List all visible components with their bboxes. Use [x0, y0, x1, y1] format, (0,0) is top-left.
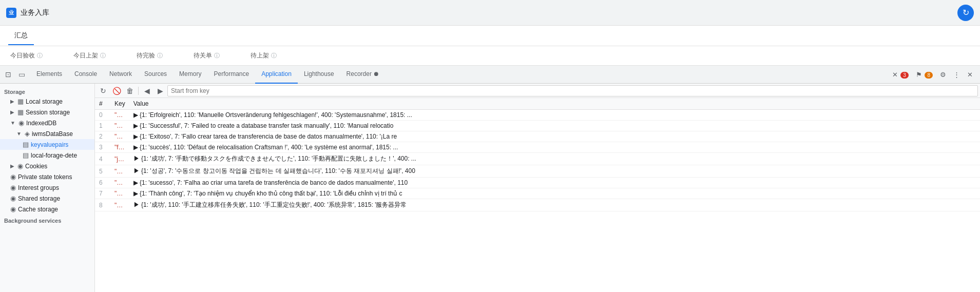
table-row[interactable]: 1 "en_US_240411095226" ▶ {1: 'Successful…	[95, 121, 980, 131]
stat-today-shelf-label: 今日上架	[73, 51, 98, 60]
stat-pending-close-info[interactable]: ⓘ	[214, 52, 220, 60]
stat-pending-verify-label: 待完验	[137, 51, 155, 60]
cell-key: "fr_FR_240326165100"	[110, 142, 129, 153]
tab-application[interactable]: Application	[255, 66, 298, 84]
interest-groups-icon: ◉	[10, 184, 16, 191]
sidebar-item-indexeddb[interactable]: ▼ ◉ IndexedDB	[0, 118, 94, 128]
devtools-actions: ✕ 3 ⚑ 8 ⚙ ⋮ ✕	[889, 69, 978, 81]
refresh-button[interactable]: ↻	[97, 85, 109, 97]
table-row[interactable]: 7 "vi_VI_240326164940" ▶ {1: 'Thành công…	[95, 188, 980, 199]
browser-refresh-button[interactable]: ↻	[957, 5, 974, 21]
cell-num: 3	[95, 142, 110, 153]
stat-pending-close-label: 待关单	[194, 51, 212, 60]
expand-arrow-indexed: ▼	[10, 120, 15, 126]
clear-button[interactable]: 🚫	[110, 85, 123, 97]
background-services-title: Background services	[0, 215, 94, 225]
cookies-label: Cookies	[25, 163, 47, 170]
cookies-icon: ◉	[17, 162, 23, 170]
stat-pending-shelf: 待上架 ⓘ	[251, 51, 277, 60]
next-button[interactable]: ▶	[154, 85, 166, 97]
local-storage-label: Local storage	[26, 98, 63, 105]
table-row[interactable]: 5 "ko_KO_240326165151" ▶ {1: '성공', 7: '수…	[95, 165, 980, 178]
table-row[interactable]: 4 "ja_JP_240326165136" ▶ {1: '成功', 7: '手…	[95, 153, 980, 165]
tab-recorder[interactable]: Recorder ⏺	[340, 66, 386, 84]
cell-value: ▶ {1: '성공', 7: '수동으로 창고이동 작업을 건립하는 데 실패했…	[129, 165, 980, 178]
cell-key: "en_US_240411095226"	[110, 121, 129, 131]
table-icon-lf: ▤	[23, 151, 29, 159]
cell-value: ▶ {1: '成功', 7: '手動で移動タスクを作成できませんでした', 11…	[129, 153, 980, 165]
cell-num: 2	[95, 131, 110, 142]
table-row[interactable]: 2 "es_ES_240326165124" ▶ {1: 'Exitoso', …	[95, 131, 980, 142]
tab-network[interactable]: Network	[103, 66, 138, 84]
warning-count: 8	[925, 72, 933, 79]
table-row[interactable]: 6 "pt_PT_240326165050" ▶ {1: 'sucesso', …	[95, 178, 980, 188]
sidebar-item-shared-storage[interactable]: ◉ Shared storage	[0, 193, 94, 204]
sidebar-item-interest-groups[interactable]: ◉ Interest groups	[0, 182, 94, 193]
table-row[interactable]: 0 "de_DE_240326165111" ▶ {1: 'Erfolgreic…	[95, 110, 980, 121]
delete-button[interactable]: 🗑	[124, 85, 136, 97]
cell-value: ▶ {1: '成功', 110: '手工建立移库任务失败', 110: '手工重…	[129, 199, 980, 211]
cell-value: ▶ {1: 'succès', 110: 'Défaut de relocali…	[129, 142, 980, 153]
sidebar-item-cache-storage[interactable]: ◉ Cache storage	[0, 204, 94, 215]
table-row[interactable]: 8 "zh_CN_240417150028" ▶ {1: '成功', 110: …	[95, 199, 980, 211]
cache-storage-icon: ◉	[10, 205, 16, 213]
sidebar-item-private-state[interactable]: ◉ Private state tokens	[0, 171, 94, 182]
cell-num: 5	[95, 165, 110, 178]
indexeddb-label: IndexedDB	[26, 120, 56, 127]
table-row[interactable]: 3 "fr_FR_240326165100" ▶ {1: 'succès', 1…	[95, 142, 980, 153]
session-storage-icon: ▦	[17, 108, 24, 116]
cell-num: 0	[95, 110, 110, 121]
summary-tab[interactable]: 汇总	[8, 27, 34, 45]
more-options-icon[interactable]: ⋮	[950, 69, 963, 81]
summary-bar: 汇总	[0, 26, 980, 46]
devtools-icon-inspect[interactable]: ⊡	[2, 68, 14, 81]
stat-today-verify-info[interactable]: ⓘ	[37, 52, 43, 60]
iwmsdatabase-label: iwmsDataBase	[32, 130, 73, 138]
settings-icon[interactable]: ⚙	[937, 69, 949, 81]
devtools-tabs-bar: ⊡ ▭ Elements Console Network Sources Mem…	[0, 66, 980, 84]
private-state-icon: ◉	[10, 173, 16, 181]
tab-performance[interactable]: Performance	[207, 66, 255, 84]
sidebar-item-iwmsdatabase[interactable]: ▼ ◈ iwmsDataBase	[0, 128, 94, 139]
cell-num: 4	[95, 153, 110, 165]
tab-elements[interactable]: Elements	[30, 66, 68, 84]
sidebar-item-keyvaluepairs[interactable]: ▤ keyvaluepairs	[0, 139, 94, 150]
browser-title: 业务入库	[21, 8, 49, 17]
cell-key: "ja_JP_240326165136"	[110, 153, 129, 165]
table-toolbar: ↻ 🚫 🗑 ◀ ▶	[95, 84, 980, 98]
cell-key: "vi_VI_240326164940"	[110, 188, 129, 199]
stat-pending-shelf-label: 待上架	[251, 51, 269, 60]
stat-pending-verify-info[interactable]: ⓘ	[157, 52, 163, 60]
sidebar-item-cookies[interactable]: ▶ ◉ Cookies	[0, 161, 94, 171]
close-devtools-icon[interactable]: ✕	[964, 69, 976, 81]
devtools-icon-device[interactable]: ▭	[15, 68, 28, 81]
sidebar-item-local-forage[interactable]: ▤ local-forage-dete	[0, 150, 94, 161]
table-icon-kv: ▤	[23, 141, 29, 148]
cache-storage-label: Cache storage	[18, 206, 58, 213]
tab-sources[interactable]: Sources	[138, 66, 173, 84]
cell-num: 6	[95, 178, 110, 188]
sidebar-item-session-storage[interactable]: ▶ ▦ Session storage	[0, 107, 94, 118]
tab-console[interactable]: Console	[68, 66, 103, 84]
stat-today-verify: 今日验收 ⓘ	[10, 51, 43, 60]
shared-storage-label: Shared storage	[18, 195, 60, 202]
indexeddb-icon: ◉	[18, 119, 24, 127]
stat-today-shelf: 今日上架 ⓘ	[73, 51, 106, 60]
warning-badge: ⚑ 8	[913, 69, 936, 81]
content-area: ↻ 🚫 🗑 ◀ ▶ # Key Value 0 "de_DE_2403	[95, 84, 980, 292]
expand-arrow-iwms: ▼	[16, 131, 22, 137]
prev-button[interactable]: ◀	[141, 85, 153, 97]
search-input[interactable]	[167, 85, 978, 96]
devtools-main: Storage ▶ ▦ Local storage ▶ ▦ Session st…	[0, 84, 980, 292]
cell-value: ▶ {1: 'Erfolgreich', 110: 'Manuelle Orts…	[129, 110, 980, 121]
cell-value: ▶ {1: 'Thành công', 7: 'Tạo nhiệm vụ chu…	[129, 188, 980, 199]
storage-section-title: Storage	[0, 86, 94, 96]
table-area: # Key Value 0 "de_DE_240326165111" ▶ {1:…	[95, 98, 980, 292]
stat-today-shelf-info[interactable]: ⓘ	[100, 52, 106, 60]
tab-memory[interactable]: Memory	[173, 66, 207, 84]
stat-pending-close: 待关单 ⓘ	[194, 51, 220, 60]
devtools-panel-icons: ⊡ ▭	[2, 68, 28, 81]
tab-lighthouse[interactable]: Lighthouse	[298, 66, 340, 84]
sidebar-item-local-storage[interactable]: ▶ ▦ Local storage	[0, 96, 94, 107]
stat-pending-shelf-info[interactable]: ⓘ	[271, 52, 277, 60]
